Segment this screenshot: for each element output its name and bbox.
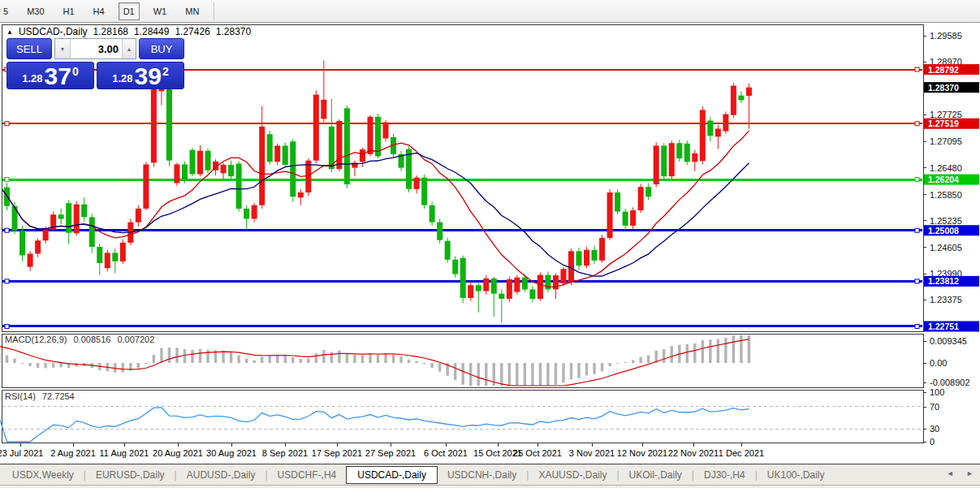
svg-text:22 Nov 2021: 22 Nov 2021 [668,448,719,458]
timeframe-d1[interactable]: D1 [119,2,140,20]
svg-text:1.23812: 1.23812 [928,276,959,286]
svg-text:1.27519: 1.27519 [928,119,959,128]
tab-separator: | [755,469,758,481]
timeframe-5[interactable]: 5 [1,2,13,20]
svg-text:100: 100 [930,387,944,397]
svg-text:1.23375: 1.23375 [930,295,962,304]
tab-separator: | [175,469,177,481]
ohlc-close: 1.28370 [216,26,251,37]
tab-separator: | [616,469,619,481]
svg-text:1.27095: 1.27095 [930,136,962,146]
timeframe-h4[interactable]: H4 [89,2,110,20]
tab-eurusd-daily[interactable]: EURUSD-,Daily [92,469,169,481]
svg-text:1 Dec 2021: 1 Dec 2021 [719,448,764,458]
svg-text:1.25850: 1.25850 [930,190,962,200]
bid-big-digits: 37 [45,65,71,88]
tab-separator: | [265,469,267,481]
status-bar [0,485,980,488]
chart-symbol-label: USDCAD-,Daily [19,26,88,37]
trading-terminal: 1.295851.289701.277251.270951.264801.258… [0,0,980,488]
bid-pip-digit: 0 [72,65,79,78]
ask-prefix: 1.28 [112,72,132,84]
tab-scroll-left-icon[interactable]: ◄ [947,469,954,477]
timeframe-h1[interactable]: H1 [58,2,80,20]
bid-price-button[interactable]: 1.28 37 0 [6,62,94,89]
tab-xauusd-daily[interactable]: XAUUSD-,Daily [534,469,611,481]
tab-dj30-h4[interactable]: DJ30-,H4 [700,469,749,481]
ask-big-digits: 39 [135,65,162,88]
tab-separator: | [692,469,694,481]
svg-text:20 Aug 2021: 20 Aug 2021 [153,448,203,458]
svg-text:2 Aug 2021: 2 Aug 2021 [50,448,96,458]
svg-text:1.28792: 1.28792 [928,65,959,75]
svg-text:0.009345: 0.009345 [930,336,967,346]
svg-text:0: 0 [930,437,935,447]
timeframe-toolbar: 5M30H1H4D1W1MN [0,0,980,23]
rsi-name: RSI(14) [5,391,36,401]
one-click-trading-panel: SELL ▼ 3.00 ▲ BUY 1.28 37 0 1.28 39 2 [6,38,184,89]
tab-usdcad-daily[interactable]: USDCAD-,Daily [346,466,438,484]
tab-separator: | [84,469,86,481]
svg-text:1.25235: 1.25235 [930,216,962,226]
rsi-value: 72.7254 [42,391,75,401]
volume-increase-icon[interactable]: ▲ [122,39,136,58]
svg-text:1.26204: 1.26204 [928,175,959,184]
svg-text:1.24605: 1.24605 [930,243,962,253]
bid-prefix: 1.28 [22,72,42,84]
timeframe-mn[interactable]: MN [180,2,204,20]
timeframe-w1[interactable]: W1 [149,2,172,20]
macd-name: MACD(12,26,9) [5,335,67,344]
svg-text:17 Sep 2021: 17 Sep 2021 [312,448,362,458]
buy-button[interactable]: BUY [139,38,184,59]
toolbar-separator [214,2,214,20]
macd-main-value: 0.008516 [73,335,110,344]
tab-scroll-arrows: ◄ ► [936,469,974,477]
macd-indicator-label: MACD(12,26,9) 0.008516 0.007202 [5,335,158,344]
svg-text:-0.008902: -0.008902 [930,378,970,387]
svg-text:27 Sep 2021: 27 Sep 2021 [365,448,416,458]
tab-scroll-right-icon[interactable]: ► [966,469,974,477]
expand-arrow-icon[interactable]: ▲ [6,28,13,36]
volume-decrease-icon[interactable]: ▼ [55,39,71,58]
svg-text:0.00: 0.00 [930,358,947,368]
ohlc-low: 1.27426 [175,26,209,37]
chart-title: ▲ USDCAD-,Daily 1.28168 1.28449 1.27426 … [6,26,251,37]
svg-text:30 Aug 2021: 30 Aug 2021 [206,448,257,458]
macd-signal-value: 0.007202 [117,335,154,344]
ask-pip-digit: 2 [162,65,169,78]
tab-separator: | [526,469,529,481]
svg-text:1.25008: 1.25008 [928,226,959,235]
sell-button[interactable]: SELL [6,38,52,59]
svg-text:23 Jul 2021: 23 Jul 2021 [0,448,43,458]
volume-spinner: ▼ 3.00 ▲ [54,38,136,59]
tab-usdcnh-daily[interactable]: USDCNH-,Daily [443,469,520,481]
tab-uk100-daily[interactable]: UK100-,Daily [763,469,829,481]
svg-text:1.26480: 1.26480 [930,163,962,173]
svg-text:70: 70 [930,402,939,412]
svg-text:25 Oct 2021: 25 Oct 2021 [513,448,562,458]
symbol-tab-bar: USDX,Weekly|EURUSD-,Daily|AUDUSD-,Daily|… [0,464,980,485]
svg-text:30: 30 [930,424,939,434]
ohlc-open: 1.28168 [93,26,128,37]
svg-text:8 Sep 2021: 8 Sep 2021 [262,448,308,458]
tab-usdx-weekly[interactable]: USDX,Weekly [8,469,78,481]
timeframe-m30[interactable]: M30 [22,2,49,20]
svg-text:12 Nov 2021: 12 Nov 2021 [617,448,667,458]
svg-text:1.22751: 1.22751 [928,322,959,331]
svg-text:1.28370: 1.28370 [928,83,959,93]
rsi-indicator-label: RSI(14) 72.7254 [5,391,79,401]
ohlc-high: 1.28449 [134,26,169,37]
svg-text:11 Aug 2021: 11 Aug 2021 [100,448,149,458]
ask-price-button[interactable]: 1.28 39 2 [97,62,184,89]
svg-text:6 Oct 2021: 6 Oct 2021 [424,448,468,458]
tab-usdchf-h4[interactable]: USDCHF-,H4 [274,469,341,481]
svg-text:3 Nov 2021: 3 Nov 2021 [569,448,615,458]
tab-audusd-daily[interactable]: AUDUSD-,Daily [183,469,260,481]
tab-ukoil-daily[interactable]: UKOil-,Daily [625,469,686,481]
svg-text:1.29585: 1.29585 [930,31,962,41]
volume-input[interactable]: 3.00 [71,39,122,58]
